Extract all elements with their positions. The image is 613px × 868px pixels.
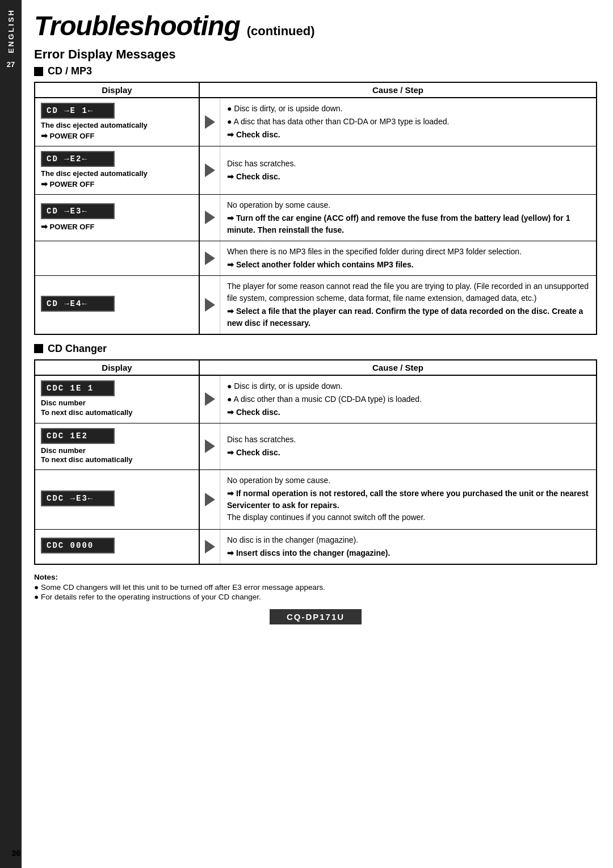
cause-line: ➡ Check disc. (227, 447, 589, 459)
notes-item-2: ● For details refer to the operating ins… (34, 593, 597, 601)
cause-cell-cdc-0000: No disc is in the changer (magazine). ➡ … (220, 530, 596, 564)
display-label-cd-e1: The disc ejected automatically➡ POWER OF… (41, 121, 148, 141)
black-square-icon (34, 67, 43, 76)
page-number-bottom: 36 (11, 848, 21, 858)
cause-line: ➡ Turn off the car engine (ACC off) and … (227, 212, 589, 236)
display-cell-cdc-e2: CDC 1E2 Disc numberTo next disc automati… (35, 423, 200, 470)
display-label-cdc-e1: Disc numberTo next disc automatically (41, 399, 133, 418)
display-code-cd-e4: CD →E4← (41, 296, 115, 312)
display-code-cdc-e2: CDC 1E2 (41, 428, 115, 444)
cause-line: ➡ If normal operation is not restored, c… (227, 488, 589, 511)
arrow-cd-e2 (200, 146, 220, 194)
cause-line: ● A disc other than a music CD (CD-DA ty… (227, 393, 589, 405)
display-cell-cd-e4: CD →E4← (35, 276, 200, 334)
table-row: CDC 1E 1 Disc numberTo next disc automat… (35, 376, 596, 423)
side-tab: ENGLISH 27 (0, 0, 22, 868)
display-cell-cdc-e1: CDC 1E 1 Disc numberTo next disc automat… (35, 376, 200, 423)
side-language: ENGLISH (7, 9, 15, 53)
arrow-triangle-icon (205, 251, 215, 265)
table-row: When there is no MP3 files in the specif… (35, 241, 596, 276)
cause-line: No disc is in the changer (magazine). (227, 534, 589, 546)
table-row: CDC 0000 No disc is in the changer (maga… (35, 530, 596, 564)
col-display-header: Display (35, 83, 200, 97)
cause-line: ➡ Check disc. (227, 171, 589, 183)
cd-mp3-table-header: Display Cause / Step (35, 83, 596, 98)
subsection-cd-mp3-label: CD / MP3 (48, 65, 92, 77)
side-page-number: 27 (7, 60, 15, 69)
arrow-cdc-e2 (200, 423, 220, 470)
arrow-cd-e4 (200, 276, 220, 334)
display-label-cd-e2: The disc ejected automatically➡ POWER OF… (41, 169, 148, 190)
arrow-triangle-icon (205, 115, 215, 129)
cause-line: ● Disc is dirty, or is upside down. (227, 103, 589, 115)
cd-changer-table-header: Display Cause / Step (35, 360, 596, 376)
cause-line: ➡ Select another folder which contains M… (227, 259, 589, 271)
arrow-triangle-icon (205, 392, 215, 406)
display-cell-cd-e1: CD →E 1← The disc ejected automatically➡… (35, 98, 200, 146)
table-row: CD →E4← The player for some reason canno… (35, 276, 596, 334)
display-cell-cdc-0000: CDC 0000 (35, 530, 200, 564)
subsection-cd-changer: CD Changer (34, 343, 597, 355)
display-cell-cd-e2: CD →E2← The disc ejected automatically➡ … (35, 146, 200, 194)
arrow-cd-e3 (200, 195, 220, 241)
cause-line: ➡ Check disc. (227, 406, 589, 418)
cause-line: ➡ Check disc. (227, 129, 589, 141)
notes-section: Notes: ● Some CD changers will let this … (34, 573, 597, 601)
arrow-cdc-0000 (200, 530, 220, 564)
arrow-cdc-e3 (200, 470, 220, 529)
main-content: Troubleshooting (continued) Error Displa… (22, 0, 613, 868)
display-code-cdc-e3: CDC →E3← (41, 490, 115, 506)
cause-cell-cd-e1: ● Disc is dirty, or is upside down. ● A … (220, 98, 596, 146)
notes-title: Notes: (34, 573, 597, 581)
display-label-cdc-e2: Disc numberTo next disc automatically (41, 446, 133, 466)
table-row: CD →E 1← The disc ejected automatically➡… (35, 98, 596, 146)
display-cell-cdc-e3: CDC →E3← (35, 470, 200, 529)
display-label-cd-e3: ➡ POWER OFF (41, 221, 94, 232)
cause-cell-cdc-e1: ● Disc is dirty, or is upside down. ● A … (220, 376, 596, 423)
arrow-triangle-icon (205, 540, 215, 553)
arrow-triangle-icon (205, 298, 215, 312)
section-title: Error Display Messages (34, 47, 597, 62)
title-sub: (continued) (247, 24, 315, 39)
arrow-cd-empty (200, 241, 220, 275)
notes-item-1: ● Some CD changers will let this unit to… (34, 583, 597, 592)
subsection-cd-mp3: CD / MP3 (34, 65, 597, 77)
arrow-triangle-icon (205, 493, 215, 506)
cause-line: No operation by some cause. (227, 475, 589, 487)
model-label: CQ-DP171U (270, 609, 362, 624)
display-code-cd-e3: CD →E3← (41, 203, 115, 219)
cd-mp3-table: Display Cause / Step CD →E 1← The disc e… (34, 82, 597, 335)
page-footer: CQ-DP171U (34, 609, 597, 624)
black-square-icon (34, 344, 43, 353)
display-code-cdc-0000: CDC 0000 (41, 538, 115, 553)
cause-line: ➡ Select a file that the player can read… (227, 305, 589, 329)
display-cell-cd-e3: CD →E3← ➡ POWER OFF (35, 195, 200, 241)
cause-cell-cd-e2: Disc has scratches. ➡ Check disc. (220, 146, 596, 194)
arrow-triangle-icon (205, 439, 215, 453)
cause-line: ● Disc is dirty, or is upside down. (227, 380, 589, 392)
table-row: CD →E2← The disc ejected automatically➡ … (35, 146, 596, 195)
display-code-cd-e2: CD →E2← (41, 151, 115, 167)
arrow-triangle-icon (205, 211, 215, 224)
cause-cell-cd-e3: No operation by some cause. ➡ Turn off t… (220, 195, 596, 241)
display-cell-cd-empty (35, 241, 200, 275)
cause-line: ● A disc that has data other than CD-DA … (227, 116, 589, 128)
arrow-cd-e1 (200, 98, 220, 146)
col-display-header-changer: Display (35, 360, 200, 375)
cause-cell-cdc-e3: No operation by some cause. ➡ If normal … (220, 470, 596, 529)
cause-line: The display continues if you cannot swit… (227, 511, 589, 523)
table-row: CDC 1E2 Disc numberTo next disc automati… (35, 423, 596, 471)
page-title-block: Troubleshooting (continued) (34, 10, 597, 41)
cause-line: Disc has scratches. (227, 434, 589, 446)
arrow-triangle-icon (205, 163, 215, 177)
subsection-cd-changer-label: CD Changer (48, 343, 107, 355)
cause-cell-cd-e4: The player for some reason cannot read t… (220, 276, 596, 334)
title-main: Troubleshooting (34, 10, 240, 41)
cause-line: Disc has scratches. (227, 158, 589, 170)
cause-line: The player for some reason cannot read t… (227, 280, 589, 304)
arrow-cdc-e1 (200, 376, 220, 423)
cause-cell-cd-folder: When there is no MP3 files in the specif… (220, 241, 596, 275)
col-cause-header: Cause / Step (200, 83, 596, 97)
cause-cell-cdc-e2: Disc has scratches. ➡ Check disc. (220, 423, 596, 470)
display-code-cd-e1: CD →E 1← (41, 103, 115, 119)
